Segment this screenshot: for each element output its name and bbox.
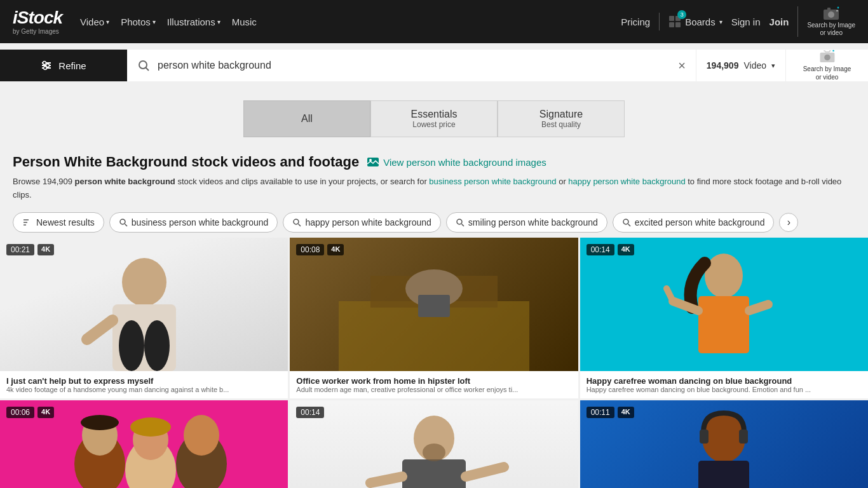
- video-description: Happy carefree woman dancing on blue bac…: [587, 386, 862, 393]
- chips-next-button[interactable]: ›: [779, 213, 798, 232]
- tab-signature[interactable]: Signature Best quality: [498, 100, 625, 137]
- svg-rect-7: [836, 10, 838, 11]
- svg-line-30: [628, 224, 630, 226]
- duration-badge: 00:06: [6, 407, 34, 418]
- chevron-down-icon: ▾: [719, 18, 722, 25]
- svg-line-24: [125, 224, 127, 226]
- filter-icon: [41, 60, 52, 71]
- svg-point-17: [824, 55, 831, 61]
- video-title: Office worker work from home in hipster …: [296, 376, 571, 386]
- nav-photos[interactable]: Photos ▾: [121, 17, 156, 27]
- video-info: I just can't help but to express myself …: [0, 371, 288, 398]
- nav-music[interactable]: Music: [232, 17, 257, 27]
- collection-tabs: All Essentials Lowest price Signature Be…: [0, 88, 868, 144]
- video-card[interactable]: 00:14 4K Happy carefree woman dancing on…: [580, 238, 868, 398]
- tab-essentials[interactable]: Essentials Lowest price: [370, 100, 498, 137]
- chevron-down-icon: ▾: [153, 18, 156, 25]
- refine-button[interactable]: Refine: [0, 50, 127, 81]
- svg-point-11: [43, 62, 46, 65]
- logo[interactable]: iStock by Getty Images: [13, 8, 62, 35]
- svg-rect-41: [698, 296, 749, 353]
- svg-point-57: [423, 444, 445, 461]
- svg-point-50: [184, 415, 219, 456]
- svg-point-31: [122, 258, 166, 306]
- nav-video[interactable]: Video ▾: [80, 17, 109, 27]
- newest-results-label: Newest results: [36, 217, 95, 227]
- video-card[interactable]: 00:06 4K Group of diverse people Group o…: [0, 400, 288, 488]
- svg-point-51: [81, 415, 119, 430]
- svg-rect-39: [418, 295, 450, 317]
- view-images-link[interactable]: View person white background images: [367, 157, 546, 168]
- svg-point-23: [120, 219, 125, 224]
- duration-badge: 00:21: [6, 244, 34, 255]
- search-input[interactable]: [158, 60, 670, 71]
- pricing-link[interactable]: Pricing: [621, 17, 650, 27]
- video-description: Adult modern age man, creative professio…: [296, 386, 571, 393]
- video-card[interactable]: 00:11 4K Man with headphones Young man w…: [580, 400, 868, 488]
- page-title: Person White Background stock videos and…: [13, 154, 359, 170]
- chip-excited[interactable]: excited person white background: [613, 212, 775, 233]
- quality-badge: 4K: [618, 244, 634, 255]
- logo-sub: by Getty Images: [13, 28, 62, 35]
- search-by-image-side[interactable]: Search by Imageor video: [785, 50, 868, 81]
- svg-rect-60: [739, 430, 748, 444]
- video-grid: 00:21 4K I just can't help but to expres…: [0, 238, 868, 488]
- svg-rect-0: [669, 16, 674, 21]
- search-input-container: ×: [127, 50, 696, 81]
- chip-smiling[interactable]: smiling person white background: [446, 212, 607, 233]
- duration-badge: 00:14: [296, 407, 324, 418]
- boards-button[interactable]: 3 Boards ▾: [668, 15, 722, 28]
- results-count: 194,909: [707, 60, 739, 71]
- svg-point-34: [144, 320, 170, 371]
- related-link-1[interactable]: business person white background: [429, 177, 556, 186]
- chip-happy[interactable]: happy person white background: [283, 212, 440, 233]
- svg-line-44: [667, 288, 673, 301]
- chevron-down-icon: ▾: [217, 18, 220, 25]
- search-by-image-button[interactable]: Search by Imageor video: [797, 6, 855, 37]
- video-info: Happy carefree woman dancing on blue bac…: [580, 371, 868, 398]
- header: iStock by Getty Images Video ▾ Photos ▾ …: [0, 0, 868, 43]
- svg-line-35: [87, 320, 112, 339]
- video-thumbnail: [0, 238, 288, 371]
- sort-chip[interactable]: Newest results: [13, 212, 104, 233]
- logo-text: iStock: [13, 8, 62, 28]
- title-area: Person White Background stock videos and…: [0, 144, 868, 207]
- camera-upload-icon: [819, 50, 836, 63]
- header-right: Pricing 3 Boards ▾ Sign in Join: [621, 6, 855, 37]
- svg-line-26: [299, 224, 301, 226]
- video-card[interactable]: 00:21 4K I just can't help but to expres…: [0, 238, 288, 398]
- video-thumbnail: [290, 400, 578, 488]
- svg-line-43: [749, 304, 768, 311]
- svg-point-25: [294, 219, 299, 224]
- svg-rect-2: [669, 22, 674, 27]
- duration-badge: 00:08: [296, 244, 324, 255]
- results-count-filter[interactable]: 194,909 Video ▾: [696, 50, 785, 81]
- svg-rect-59: [700, 430, 709, 444]
- svg-point-29: [623, 219, 628, 224]
- video-description: 4k video footage of a handsome young man…: [6, 386, 281, 393]
- nav-illustrations[interactable]: Illustrations ▾: [167, 17, 220, 27]
- tab-all[interactable]: All: [243, 100, 370, 137]
- join-button[interactable]: Join: [770, 17, 789, 27]
- video-badges: 00:14: [296, 407, 324, 418]
- clear-search-button[interactable]: ×: [678, 58, 686, 73]
- chip-business[interactable]: business person white background: [109, 212, 278, 233]
- svg-point-52: [130, 417, 171, 437]
- search-chip-icon: [292, 218, 301, 227]
- quality-badge: 4K: [37, 244, 54, 255]
- filter-chips: Newest results business person white bac…: [0, 207, 868, 238]
- video-card[interactable]: 00:08 4K Office worker work from home in…: [290, 238, 578, 398]
- duration-badge: 00:11: [587, 407, 614, 418]
- video-card[interactable]: 00:14 Business man presenting Business p…: [290, 400, 578, 488]
- related-link-2[interactable]: happy person white background: [568, 177, 685, 186]
- svg-rect-61: [698, 461, 749, 488]
- video-badges: 00:21 4K: [6, 244, 54, 255]
- search-icon: [137, 59, 150, 72]
- image-icon: [367, 157, 379, 167]
- svg-line-28: [461, 224, 464, 226]
- svg-point-33: [119, 320, 144, 371]
- video-title: Happy carefree woman dancing on blue bac…: [587, 376, 862, 386]
- sign-in-button[interactable]: Sign in: [731, 17, 761, 27]
- video-thumbnail: [580, 238, 868, 371]
- description: Browse 194,909 person white background s…: [13, 175, 855, 202]
